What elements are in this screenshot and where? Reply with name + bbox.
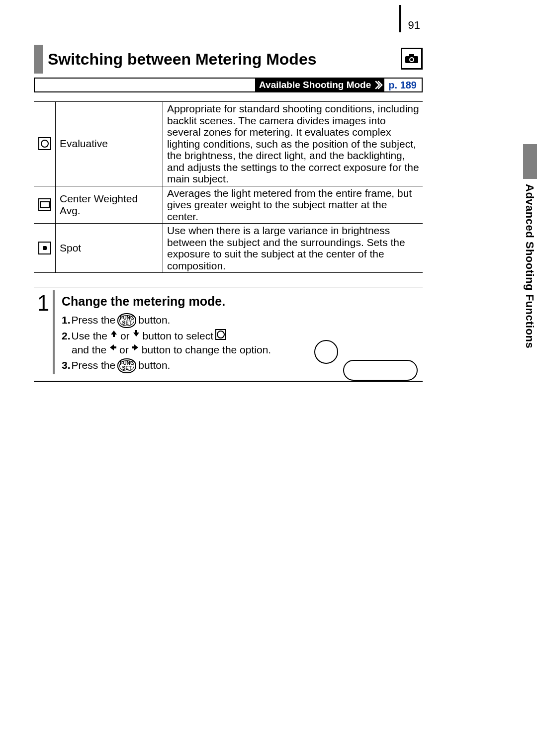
set-label: SET xyxy=(122,321,132,326)
spot-metering-icon xyxy=(34,224,56,272)
substep-text: and the xyxy=(72,343,106,357)
heading-accent-bar xyxy=(34,45,43,74)
step-body: Change the metering mode. 1. Press the F… xyxy=(55,290,423,374)
availability-bar: Available Shooting Mode p. 189 xyxy=(34,78,423,92)
heading-text: Switching between Metering Modes xyxy=(48,45,401,74)
arrow-right-icon xyxy=(131,343,140,352)
substep-number: 2. xyxy=(62,329,71,343)
section-tab-label: Advanced Shooting Functions xyxy=(523,179,537,348)
substep: 1. Press the FUNC SET button. xyxy=(62,313,423,328)
substep-text: Use the xyxy=(72,329,107,343)
procedure-step: 1 Change the metering mode. 1. Press the… xyxy=(34,287,423,381)
table-row: Evaluative Appropriate for standard shoo… xyxy=(34,102,423,186)
arrow-up-icon xyxy=(109,329,118,338)
step-number: 1 xyxy=(37,290,49,314)
manual-page: 91 Advanced Shooting Functions Switching… xyxy=(0,0,537,756)
func-set-button-icon: FUNC SET xyxy=(117,313,136,328)
substep-text: or xyxy=(119,343,129,357)
arrow-left-icon xyxy=(108,343,117,352)
mode-name: Spot xyxy=(56,224,163,272)
evaluative-metering-icon xyxy=(34,102,56,186)
mode-description: Appropriate for standard shooting condit… xyxy=(163,102,423,186)
page-number-divider xyxy=(399,5,401,32)
diagram-capsule xyxy=(343,360,418,381)
substep-text: button. xyxy=(138,358,170,372)
svg-point-3 xyxy=(410,58,413,61)
set-label: SET xyxy=(122,366,132,371)
chevron-right-icon xyxy=(373,79,384,91)
substep-number: 3. xyxy=(62,358,71,372)
step-number-cell: 1 xyxy=(34,290,55,374)
substep-text: button to change the option. xyxy=(142,343,271,357)
func-set-button-icon: FUNC SET xyxy=(117,358,136,373)
substep-text: or xyxy=(120,329,130,343)
availability-spacer xyxy=(35,79,255,91)
arrow-down-icon xyxy=(132,329,141,338)
mode-description: Use when there is a large variance in br… xyxy=(163,224,423,272)
substep-text: Press the xyxy=(72,313,116,327)
step-title: Change the metering mode. xyxy=(62,293,423,310)
metering-modes-table: Evaluative Appropriate for standard shoo… xyxy=(34,101,423,273)
mode-description: Averages the light metered from the enti… xyxy=(163,186,423,224)
diagram-circle xyxy=(314,340,338,364)
substep-text: Press the xyxy=(72,358,116,372)
substep-text: button. xyxy=(138,313,170,327)
section-tab-marker xyxy=(523,144,537,179)
table-row: Center Weighted Avg. Averages the light … xyxy=(34,186,423,224)
mode-name: Evaluative xyxy=(56,102,163,186)
availability-label: Available Shooting Mode xyxy=(255,79,374,91)
availability-page-ref: p. 189 xyxy=(384,79,422,91)
svg-rect-1 xyxy=(409,54,414,57)
procedure-steps: 1 Change the metering mode. 1. Press the… xyxy=(34,287,423,381)
table-row: Spot Use when there is a large variance … xyxy=(34,224,423,273)
section-tab: Advanced Shooting Functions xyxy=(523,144,537,348)
page-content: Switching between Metering Modes Availab… xyxy=(34,45,423,382)
control-diagram xyxy=(314,340,419,385)
evaluative-metering-icon xyxy=(215,329,226,340)
page-number: 91 xyxy=(408,19,420,32)
center-weighted-metering-icon xyxy=(34,186,56,224)
section-heading: Switching between Metering Modes xyxy=(34,45,423,74)
mode-name: Center Weighted Avg. xyxy=(56,186,163,224)
camera-icon xyxy=(401,48,423,70)
substep-text: button to select xyxy=(143,329,213,343)
substep-number: 1. xyxy=(62,313,71,327)
